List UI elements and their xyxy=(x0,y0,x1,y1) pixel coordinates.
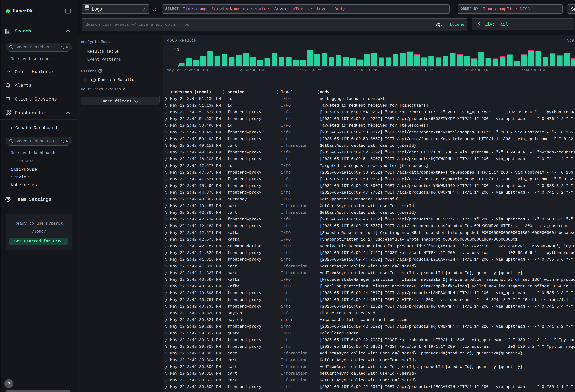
svg-text:2:30:30 PM: 2:30:30 PM xyxy=(240,68,264,72)
svg-text:May 22 2:28:00 PM: May 22 2:28:00 PM xyxy=(167,68,208,72)
svg-text:2:38:30 PM: 2:38:30 PM xyxy=(464,68,489,72)
svg-text:2:32:30 PM: 2:32:30 PM xyxy=(297,68,321,72)
svg-text:0: 0 xyxy=(177,64,179,69)
svg-text:140: 140 xyxy=(172,47,179,52)
svg-text:2:34:30 PM: 2:34:30 PM xyxy=(353,68,377,72)
svg-text:2:40:30 PM: 2:40:30 PM xyxy=(521,68,545,72)
svg-text:2:36:30 PM: 2:36:30 PM xyxy=(409,68,433,72)
